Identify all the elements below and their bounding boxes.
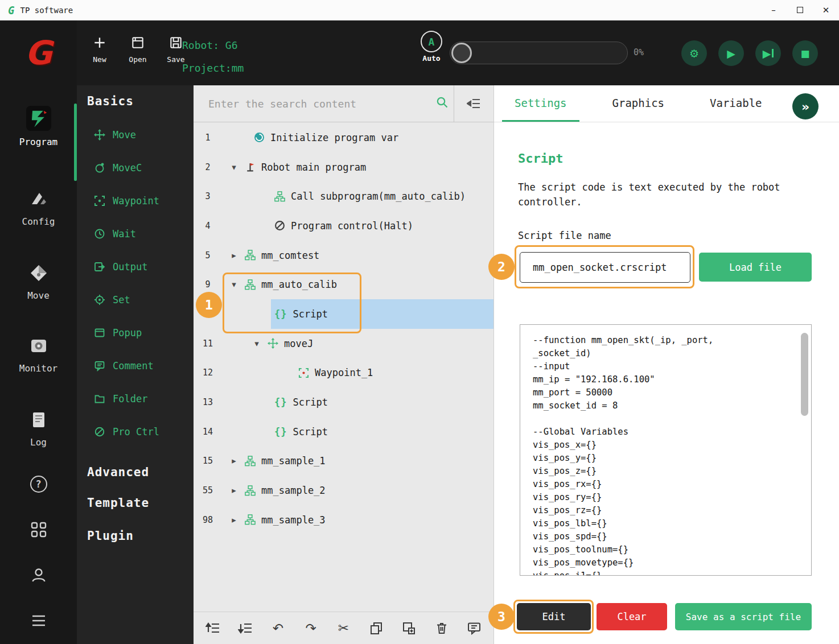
maximize-icon[interactable] xyxy=(787,0,813,20)
chevron-right-icon[interactable]: ▸ xyxy=(229,485,239,496)
help-icon: ? xyxy=(30,476,47,493)
move-top-button[interactable] xyxy=(205,620,221,636)
row-number: 5 xyxy=(194,241,222,270)
chevron-right-icon[interactable]: ▸ xyxy=(229,250,239,261)
move-icon xyxy=(94,129,105,141)
open-button[interactable]: Open xyxy=(125,35,150,64)
palette-item-waypoint[interactable]: Waypoint xyxy=(77,184,194,217)
clear-button[interactable]: Clear xyxy=(597,603,667,630)
search-icon[interactable] xyxy=(431,96,454,112)
sidebar-item-program[interactable]: Program xyxy=(0,106,77,147)
auto-mode-button[interactable]: A Auto xyxy=(418,31,445,63)
close-icon[interactable]: ✕ xyxy=(813,0,839,20)
template-heading[interactable]: Template xyxy=(77,481,194,514)
tree-row-movej[interactable]: 11 ▾ moveJ xyxy=(194,329,493,358)
sidebar-item-log[interactable]: Log xyxy=(0,408,77,448)
search-input[interactable] xyxy=(194,85,431,122)
tree-row-mm-auto-calib[interactable]: 9 ▾ mm_auto_calib xyxy=(194,270,493,299)
help-button[interactable]: ? xyxy=(0,476,77,493)
tree-row-program-control[interactable]: 4 Program control(Halt) xyxy=(194,211,493,241)
palette-item-folder[interactable]: Folder xyxy=(77,382,194,415)
palette-item-label: Pro Ctrl xyxy=(113,426,159,437)
edit-button[interactable]: Edit xyxy=(517,603,591,630)
tree-row-label: Script xyxy=(293,397,327,408)
tree-row-call-subprogram[interactable]: 3 Call subprogram(mm_auto_calib) xyxy=(194,181,493,211)
sidebar-item-monitor[interactable]: Monitor xyxy=(0,335,77,374)
palette-item-label: Popup xyxy=(113,327,142,338)
move-bottom-button[interactable] xyxy=(237,620,253,636)
palette-item-set[interactable]: Set xyxy=(77,283,194,316)
user-button[interactable] xyxy=(0,567,77,586)
palette-item-popup[interactable]: Popup xyxy=(77,316,194,349)
new-button[interactable]: New xyxy=(87,35,112,64)
basics-heading[interactable]: Basics xyxy=(77,85,194,118)
chevron-down-icon[interactable]: ▾ xyxy=(229,279,239,290)
palette-item-movec[interactable]: MoveC xyxy=(77,151,194,184)
tree-row-main-program[interactable]: 2 ▾ Robot main program xyxy=(194,152,493,182)
advanced-heading[interactable]: Advanced xyxy=(77,448,194,481)
speed-slider[interactable] xyxy=(450,42,628,64)
comment-button[interactable] xyxy=(466,620,482,636)
chevron-down-icon[interactable]: ▾ xyxy=(229,162,239,172)
folder-icon xyxy=(94,393,105,404)
tree-row-script[interactable]: 13 {} Script xyxy=(194,387,493,417)
tab-variable[interactable]: Variable xyxy=(697,85,775,122)
chevron-right-icon[interactable]: ▸ xyxy=(229,456,239,466)
tab-graphics[interactable]: Graphics xyxy=(600,85,677,122)
palette-item-comment[interactable]: Comment xyxy=(77,349,194,382)
script-file-name-input[interactable] xyxy=(520,252,690,283)
tree-row-waypoint1[interactable]: 12 Waypoint_1 xyxy=(194,358,493,388)
cut-button[interactable]: ✂ xyxy=(336,620,352,636)
more-tabs-button[interactable]: » xyxy=(792,93,819,119)
outline-button[interactable] xyxy=(454,85,493,122)
auto-letter: A xyxy=(429,36,435,48)
tree-row-label: Waypoint_1 xyxy=(315,367,373,378)
tree-row-script[interactable]: 14 {} Script xyxy=(194,417,493,447)
paste-button[interactable] xyxy=(401,620,417,636)
copy-button[interactable] xyxy=(368,620,384,636)
program-tree-panel: 1 Initialize program var 2 ▾ Robot main … xyxy=(194,85,494,644)
stop-button[interactable]: ■ xyxy=(792,40,818,66)
code-scrollbar-thumb[interactable] xyxy=(801,333,808,416)
menu-button[interactable] xyxy=(0,612,77,631)
redo-button[interactable]: ↷ xyxy=(303,620,319,636)
chevron-down-icon[interactable]: ▾ xyxy=(252,338,262,349)
tree-row-initialize[interactable]: 1 Initialize program var xyxy=(194,123,493,152)
tab-settings[interactable]: Settings xyxy=(502,85,579,122)
row-number: 55 xyxy=(194,476,222,505)
undo-button[interactable]: ↶ xyxy=(270,620,286,636)
subprogram-icon xyxy=(245,456,256,467)
script-code-preview[interactable]: --function mm_open_skt(_ip, _port, _sock… xyxy=(520,324,812,576)
tree-row-mm-comtest[interactable]: 5 ▸ mm_comtest xyxy=(194,241,493,270)
script-icon: {} xyxy=(274,426,287,437)
outline-icon xyxy=(467,97,482,110)
save-as-script-button[interactable]: Save as a script file xyxy=(675,603,812,630)
waypoint-icon xyxy=(298,368,309,378)
step-button[interactable]: ▶ xyxy=(755,40,781,66)
tree-row-mm-sample-2[interactable]: 55 ▸ mm_sample_2 xyxy=(194,476,493,505)
script-file-name-label: Script file name xyxy=(518,230,611,241)
save-icon xyxy=(168,35,183,50)
delete-button[interactable] xyxy=(434,620,450,636)
apps-button[interactable] xyxy=(0,521,77,540)
palette-item-wait[interactable]: Wait xyxy=(77,217,194,250)
sidebar-item-config[interactable]: Config xyxy=(0,188,77,227)
tree-row-mm-sample-1[interactable]: 15 ▸ mm_sample_1 xyxy=(194,447,493,476)
tree-row-mm-sample-3[interactable]: 98 ▸ mm_sample_3 xyxy=(194,505,493,535)
palette-item-proctrl[interactable]: Pro Ctrl xyxy=(77,415,194,448)
palette-item-output[interactable]: Output xyxy=(77,250,194,283)
comment-bubble-icon xyxy=(467,621,482,635)
minimize-icon[interactable]: – xyxy=(760,0,787,20)
palette-item-move[interactable]: Move xyxy=(77,118,194,151)
trash-icon xyxy=(435,621,449,635)
play-button[interactable]: ▶ xyxy=(718,40,744,66)
chevron-right-icon[interactable]: ▸ xyxy=(229,515,239,525)
subprogram-icon xyxy=(245,514,256,525)
command-palette: Basics Move MoveC Waypoint Wait Output S… xyxy=(77,85,194,644)
settings-run-button[interactable]: ⚙ xyxy=(681,40,707,66)
slider-handle[interactable] xyxy=(451,43,472,63)
load-file-button[interactable]: Load file xyxy=(699,253,812,282)
tree-row-script-selected[interactable]: 10 {} Script xyxy=(194,299,493,329)
plugin-heading[interactable]: Plugin xyxy=(77,514,194,547)
sidebar-item-move[interactable]: Move xyxy=(0,262,77,301)
